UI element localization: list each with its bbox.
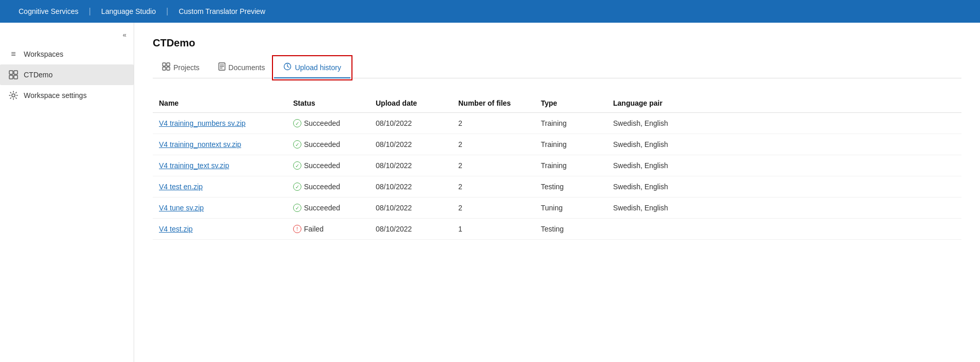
row-2-lang-pair: Swedish, English xyxy=(607,155,961,176)
table-row: V4 test.zip!Failed08/10/20221Testing xyxy=(153,219,961,240)
row-1-name-link[interactable]: V4 training_nontext sv.zip xyxy=(159,140,241,149)
col-header-date: Upload date xyxy=(369,94,452,113)
col-header-name: Name xyxy=(153,94,287,113)
success-icon: ✓ xyxy=(293,204,301,212)
table-row: V4 training_text sv.zip✓Succeeded08/10/2… xyxy=(153,155,961,176)
row-3-upload-date: 08/10/2022 xyxy=(369,176,452,198)
row-1-num-files: 2 xyxy=(452,134,535,155)
topbar-sep-1: | xyxy=(87,7,93,16)
row-3-status: ✓Succeeded xyxy=(293,183,363,191)
row-5-upload-date: 08/10/2022 xyxy=(369,219,452,240)
topbar-cognitive-services[interactable]: Cognitive Services xyxy=(10,7,87,15)
svg-rect-6 xyxy=(167,63,170,66)
success-icon: ✓ xyxy=(293,183,301,191)
col-header-type: Type xyxy=(535,94,607,113)
row-3-status-label: Succeeded xyxy=(304,183,340,191)
table-row: V4 test en.zip✓Succeeded08/10/20222Testi… xyxy=(153,176,961,198)
table-header-row: Name Status Upload date Number of files … xyxy=(153,94,961,113)
sidebar-item-ctdemo[interactable]: CTDemo xyxy=(0,64,134,85)
row-0-lang-pair: Swedish, English xyxy=(607,113,961,134)
documents-tab-icon xyxy=(218,62,226,72)
row-1-status: ✓Succeeded xyxy=(293,140,363,149)
row-1-status-label: Succeeded xyxy=(304,140,340,149)
table-row: V4 training_nontext sv.zip✓Succeeded08/1… xyxy=(153,134,961,155)
tab-upload-history-label: Upload history xyxy=(295,63,341,72)
tab-documents-label: Documents xyxy=(229,63,265,72)
row-5-type: Testing xyxy=(535,219,607,240)
svg-rect-2 xyxy=(9,75,13,79)
row-2-status: ✓Succeeded xyxy=(293,161,363,170)
page-title: CTDemo xyxy=(153,37,961,49)
topbar: Cognitive Services | Language Studio | C… xyxy=(0,0,980,23)
topbar-custom-translator[interactable]: Custom Translator Preview xyxy=(170,7,274,15)
row-3-num-files: 2 xyxy=(452,176,535,198)
upload-history-tab-icon xyxy=(283,62,292,72)
row-0-upload-date: 08/10/2022 xyxy=(369,113,452,134)
row-2-num-files: 2 xyxy=(452,155,535,176)
sidebar-workspaces-label: Workspaces xyxy=(24,50,63,58)
ctdemo-icon xyxy=(8,70,19,80)
row-4-type: Tuning xyxy=(535,198,607,219)
sidebar: « ≡ Workspaces CTDemo xyxy=(0,23,134,362)
svg-rect-0 xyxy=(9,71,13,74)
row-4-upload-date: 08/10/2022 xyxy=(369,198,452,219)
row-5-name-link[interactable]: V4 test.zip xyxy=(159,225,192,233)
success-icon: ✓ xyxy=(293,140,301,149)
sidebar-item-workspace-settings[interactable]: Workspace settings xyxy=(0,85,134,106)
workspaces-icon: ≡ xyxy=(8,49,19,59)
row-5-status-label: Failed xyxy=(304,225,324,233)
table-row: V4 tune sv.zip✓Succeeded08/10/20222Tunin… xyxy=(153,198,961,219)
svg-point-4 xyxy=(12,94,15,97)
workspace-settings-icon xyxy=(8,90,19,101)
upload-history-table: Name Status Upload date Number of files … xyxy=(153,94,961,240)
row-1-upload-date: 08/10/2022 xyxy=(369,134,452,155)
projects-tab-icon xyxy=(162,62,170,72)
sidebar-item-workspaces[interactable]: ≡ Workspaces xyxy=(0,44,134,64)
row-5-num-files: 1 xyxy=(452,219,535,240)
svg-rect-5 xyxy=(163,63,166,66)
row-4-num-files: 2 xyxy=(452,198,535,219)
table-row: V4 training_numbers sv.zip✓Succeeded08/1… xyxy=(153,113,961,134)
svg-rect-1 xyxy=(14,71,18,74)
tab-projects-label: Projects xyxy=(173,63,200,72)
svg-rect-8 xyxy=(167,67,170,70)
topbar-language-studio[interactable]: Language Studio xyxy=(93,7,164,15)
row-1-lang-pair: Swedish, English xyxy=(607,134,961,155)
sidebar-ctdemo-label: CTDemo xyxy=(24,71,53,79)
row-0-status-label: Succeeded xyxy=(304,119,340,127)
row-4-status-label: Succeeded xyxy=(304,204,340,212)
success-icon: ✓ xyxy=(293,119,301,127)
row-3-type: Testing xyxy=(535,176,607,198)
tabs-bar: Projects Documents xyxy=(153,57,961,78)
svg-rect-7 xyxy=(163,67,166,70)
col-header-files: Number of files xyxy=(452,94,535,113)
success-icon: ✓ xyxy=(293,161,301,170)
row-0-name-link[interactable]: V4 training_numbers sv.zip xyxy=(159,119,246,127)
layout: « ≡ Workspaces CTDemo xyxy=(0,23,980,362)
row-2-status-label: Succeeded xyxy=(304,161,340,170)
row-2-name-link[interactable]: V4 training_text sv.zip xyxy=(159,161,229,170)
row-3-name-link[interactable]: V4 test en.zip xyxy=(159,183,203,191)
fail-icon: ! xyxy=(293,225,301,233)
row-5-lang-pair xyxy=(607,219,961,240)
row-4-lang-pair: Swedish, English xyxy=(607,198,961,219)
topbar-sep-2: | xyxy=(164,7,170,16)
row-2-upload-date: 08/10/2022 xyxy=(369,155,452,176)
main-content: CTDemo Projects xyxy=(134,23,980,362)
row-0-status: ✓Succeeded xyxy=(293,119,363,127)
tab-upload-history[interactable]: Upload history xyxy=(274,57,350,78)
svg-rect-3 xyxy=(14,75,18,79)
tab-projects[interactable]: Projects xyxy=(153,57,209,78)
row-1-type: Training xyxy=(535,134,607,155)
row-4-status: ✓Succeeded xyxy=(293,204,363,212)
sidebar-workspace-settings-label: Workspace settings xyxy=(24,91,87,100)
row-5-status: !Failed xyxy=(293,225,363,233)
col-header-status: Status xyxy=(287,94,369,113)
row-0-num-files: 2 xyxy=(452,113,535,134)
col-header-lang: Language pair xyxy=(607,94,961,113)
row-4-name-link[interactable]: V4 tune sv.zip xyxy=(159,204,204,212)
row-3-lang-pair: Swedish, English xyxy=(607,176,961,198)
tab-documents[interactable]: Documents xyxy=(209,57,275,78)
row-2-type: Training xyxy=(535,155,607,176)
sidebar-collapse-button[interactable]: « xyxy=(0,28,134,44)
